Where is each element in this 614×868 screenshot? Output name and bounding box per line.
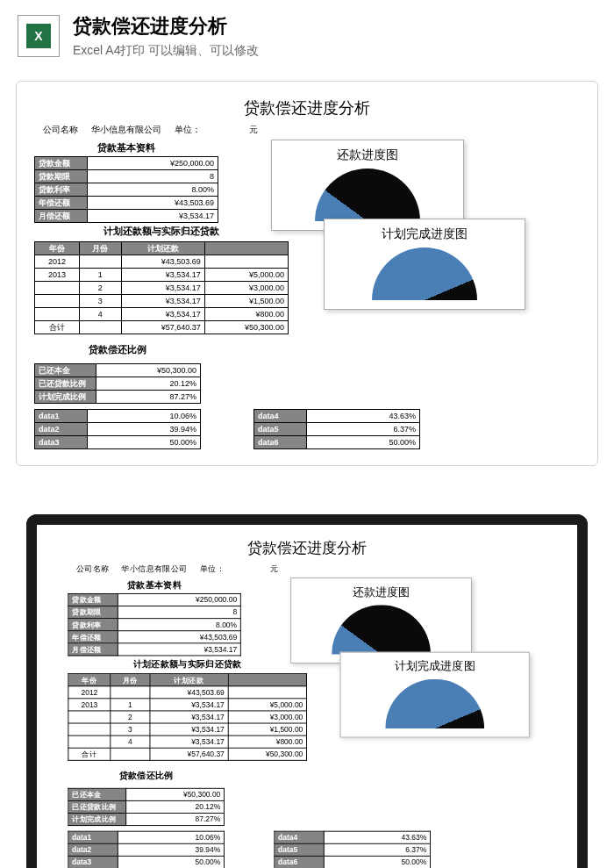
table-row: 4¥3,534.17¥800.00 (35, 308, 289, 321)
ratio-section-title: 贷款偿还比例 (34, 341, 201, 358)
table-row: 3¥3,534.17¥1,500.00 (35, 295, 289, 308)
excel-icon: X (18, 15, 60, 57)
page-header: X 贷款偿还进度分析 Excel A4打印 可以编辑、可以修改 (0, 0, 614, 72)
gauge-chart-icon (372, 247, 477, 300)
data-table-right: data443.63% data56.37% data650.00% (253, 409, 420, 449)
doc-instance-1: 贷款偿还进度分析 公司名称 华小信息有限公司 单位： 元 贷款基本资料 贷款金额… (34, 97, 580, 449)
page-subtitle: Excel A4打印 可以编辑、可以修改 (73, 43, 259, 59)
plan-table: 年份月份计划还款 2012¥43,503.69 20131¥3,534.17¥5… (34, 241, 289, 334)
data-tables-row: data110.06% data239.94% data350.00% data… (34, 409, 580, 449)
data-table-left: data110.06% data239.94% data350.00% (34, 409, 201, 449)
laptop-mockup: 贷款偿还进度分析 公司名称 华小信息有限公司 单位： 元 贷款基本资料 贷款金额… (0, 488, 614, 868)
table-row: 20131¥3,534.17¥5,000.00 (35, 269, 289, 282)
ratio-table: 已还本金¥50,300.00 已还贷款比例20.12% 计划完成比例87.27% (34, 363, 201, 404)
table-row: 2¥3,534.17¥3,000.00 (35, 282, 289, 295)
doc-title: 贷款偿还进度分析 (34, 97, 580, 118)
basic-info-table: 贷款金额¥250,000.00 贷款期限8 贷款利率8.00% 年偿还额¥43,… (34, 156, 218, 223)
basic-section-title: 贷款基本资料 (34, 140, 218, 156)
document-preview[interactable]: 贷款偿还进度分析 公司名称 华小信息有限公司 单位： 元 贷款基本资料 贷款金额… (16, 81, 598, 466)
page-title: 贷款偿还进度分析 (73, 13, 259, 39)
table-row: 2012¥43,503.69 (35, 255, 289, 269)
chart-plan-progress: 计划完成进度图 (324, 219, 525, 310)
chart-title: 计划完成进度图 (333, 226, 516, 242)
gauge-chart-icon (315, 169, 420, 221)
doc-subheader: 公司名称 华小信息有限公司 单位： 元 (34, 124, 580, 136)
doc-instance-2: 贷款偿还进度分析 公司名称 华小信息有限公司 单位： 元 贷款基本资料 贷款金额… (68, 538, 546, 868)
chart-title: 还款进度图 (281, 147, 454, 163)
chart-repayment-progress: 还款进度图 (271, 140, 464, 231)
table-row-total: 合计¥57,640.37¥50,300.00 (35, 321, 289, 334)
plan-section-title: 计划还款额与实际归还贷款 (34, 223, 289, 240)
